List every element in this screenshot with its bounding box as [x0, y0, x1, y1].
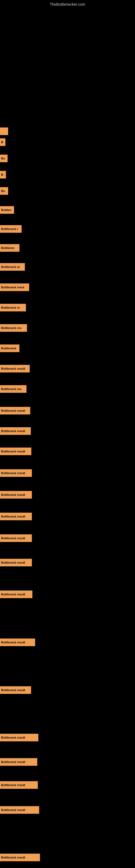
- bar-label: Bottleneck result: [1, 450, 25, 453]
- bar-item: Bo: [0, 187, 8, 195]
- bar-label: Bottleneck result: [1, 409, 25, 412]
- bar-label: Bottleneck res: [1, 388, 21, 391]
- bottleneck-bar: Bo: [0, 187, 8, 195]
- bar-item: B: [0, 171, 6, 179]
- bar-label: Bottleneck: [1, 347, 16, 350]
- bar-item: Bottleneck result: [0, 469, 32, 477]
- bottleneck-bar: Bottleneck result: [0, 734, 38, 741]
- bar-item: Bo: [0, 155, 8, 162]
- bottleneck-bar: Bottleneck result: [0, 806, 39, 814]
- bar-label: Bottleneck re: [1, 306, 20, 309]
- bar-item: Bottleneck result: [0, 734, 38, 741]
- bar-label: Bottleneck result: [1, 641, 25, 644]
- bottleneck-bar: Bottleneck result: [0, 639, 35, 646]
- bar-item: B: [0, 138, 5, 146]
- bar-label: Bottleneck result: [1, 471, 25, 475]
- bottleneck-bar: Bo: [0, 155, 8, 162]
- bottleneck-bar: Bottleneck result: [0, 854, 40, 861]
- bottleneck-bar: Bottleneck re: [0, 263, 25, 271]
- bar-item: Bottleneck result: [0, 491, 32, 499]
- bottleneck-bar: Bottleneck result: [0, 427, 31, 435]
- bottleneck-bar: Bottleneck result: [0, 513, 32, 520]
- bar-label: Bottleneck result: [1, 367, 25, 370]
- bar-item: Bottleneck result: [0, 447, 31, 455]
- bottleneck-bar: Bottleneck result: [0, 590, 32, 598]
- bar-label: Bottleneck r: [1, 227, 18, 230]
- bar-label: Bottleneck re: [1, 265, 20, 269]
- bar-item: Bottleneck re: [0, 263, 25, 271]
- bar-label: Bottleneck result: [1, 783, 25, 786]
- bottleneck-bar: Bottleneck result: [0, 534, 32, 542]
- bar-label: B: [1, 173, 3, 176]
- bar-item: Bottleneck: [0, 344, 19, 352]
- bar-label: Bottleneck res: [1, 326, 21, 330]
- bottleneck-bar: Bottleneck result: [0, 559, 32, 566]
- bar-item: Bottleneck r: [0, 225, 21, 233]
- bar-item: Bottleneck result: [0, 534, 32, 542]
- bar-label: Bottleneck result: [1, 561, 25, 564]
- bar-item: Bottleneck resul: [0, 283, 29, 291]
- bar-label: Bo: [1, 189, 5, 193]
- bar-label: Bottlenec: [1, 246, 14, 250]
- bar-label: Bottleneck result: [1, 593, 25, 596]
- bottleneck-bar: Bottleneck result: [0, 407, 30, 414]
- bar-label: Bottleneck result: [1, 688, 25, 692]
- bar-item: Bottleneck result: [0, 781, 38, 789]
- bar-item: Bottleneck res: [0, 385, 27, 393]
- bar-item: Bottleneck res: [0, 324, 27, 332]
- bar-item: Bottleneck result: [0, 590, 32, 598]
- bar-item: Bottleneck result: [0, 854, 40, 861]
- site-title: TheBottlenecker.com: [50, 2, 85, 6]
- bar-label: Bottleneck result: [1, 808, 25, 812]
- bar-label: Bottleneck result: [1, 856, 25, 859]
- bar-label: Bottleneck resul: [1, 286, 24, 289]
- bar-item: Bottleneck result: [0, 686, 31, 694]
- bottleneck-bar: Bottlenec: [0, 244, 19, 252]
- bottleneck-bar: Bottleneck res: [0, 324, 27, 332]
- bar-label: Bo: [1, 157, 5, 160]
- bar-label: Bottleneck result: [1, 429, 25, 433]
- bar-label: Bottleneck result: [1, 515, 25, 518]
- bar-label: Bottleneck result: [1, 736, 25, 739]
- bar-item: Bottlenec: [0, 244, 19, 252]
- bar-label: Bottleneck result: [1, 536, 25, 540]
- bar-label: Bottleneck result: [1, 493, 25, 496]
- bottleneck-bar: [0, 127, 8, 135]
- bottleneck-bar: B: [0, 138, 5, 146]
- bottleneck-bar: Bottleneck result: [0, 469, 32, 477]
- bottleneck-bar: Bottleneck resul: [0, 283, 29, 291]
- bar-item: Bottleneck result: [0, 559, 32, 566]
- bar-label: Bottleneck result: [1, 760, 25, 764]
- bottleneck-bar: Bottlen: [0, 206, 14, 214]
- bar-item: Bottleneck result: [0, 639, 35, 646]
- bottleneck-bar: Bottleneck result: [0, 491, 32, 499]
- bottleneck-bar: Bottleneck result: [0, 686, 31, 694]
- bar-item: Bottleneck result: [0, 513, 32, 520]
- bar-item: [0, 127, 8, 135]
- bottleneck-bar: Bottleneck result: [0, 781, 38, 789]
- bottleneck-bar: Bottleneck r: [0, 225, 21, 233]
- bar-item: Bottleneck result: [0, 758, 37, 766]
- bottleneck-bar: Bottleneck res: [0, 385, 27, 393]
- bottleneck-bar: Bottleneck result: [0, 447, 31, 455]
- bar-item: Bottlen: [0, 206, 14, 214]
- bottleneck-bar: Bottleneck result: [0, 758, 37, 766]
- bar-item: Bottleneck result: [0, 365, 30, 372]
- bar-item: Bottleneck result: [0, 427, 31, 435]
- bar-label: Bottlen: [1, 208, 11, 212]
- bar-label: B: [1, 141, 3, 144]
- bottleneck-bar: B: [0, 171, 6, 179]
- bottleneck-bar: Bottleneck result: [0, 365, 30, 372]
- bottleneck-bar: Bottleneck: [0, 344, 19, 352]
- bar-item: Bottleneck result: [0, 806, 39, 814]
- bar-item: Bottleneck re: [0, 304, 26, 311]
- bar-item: Bottleneck result: [0, 407, 30, 414]
- bottleneck-bar: Bottleneck re: [0, 304, 26, 311]
